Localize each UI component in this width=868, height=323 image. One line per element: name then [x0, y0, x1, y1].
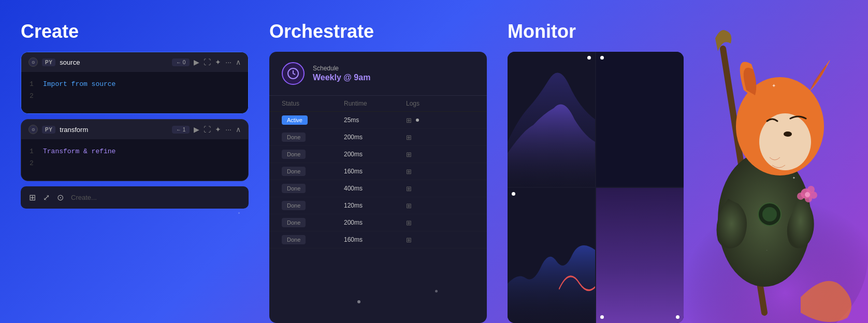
table-row: Done 200ms ⊞ [269, 129, 487, 146]
log-icon-5[interactable]: ⊞ [406, 185, 474, 193]
source-code-line1: 1 Import from source [30, 78, 240, 90]
log-icon-4[interactable]: ⊞ [406, 168, 474, 175]
table-row: Done 160ms ⊞ [269, 231, 487, 248]
log-icon-8[interactable]: ⊞ [406, 236, 474, 244]
monitor-title: Monitor [508, 21, 684, 42]
chart-cell-2 [596, 52, 684, 187]
col-logs: Logs [406, 100, 474, 107]
transform-collapse-icon[interactable]: ∧ [236, 125, 241, 134]
table-row: Done 200ms ⊞ [269, 214, 487, 231]
orchestrate-title: Orchestrate [269, 21, 487, 42]
transform-panel: ⊙ PY transform ← 1 ▶ ⛶ ✦ ··· ∧ 1 Transfo… [21, 119, 249, 181]
status-badge-done-5: Done [282, 201, 306, 210]
schedule-icon [282, 62, 305, 85]
chart-dot-4 [600, 315, 604, 319]
transform-code-line2: 2 [30, 157, 240, 169]
transform-panel-icon: ⊙ [28, 125, 38, 134]
source-panel-name: source [60, 58, 168, 66]
status-badge-done-4: Done [282, 184, 306, 193]
grid-icon[interactable]: ⊞ [29, 193, 36, 202]
sparkle-3: · [766, 248, 768, 252]
schedule-label-text: Schedule [313, 65, 370, 72]
runtime-120ms: 120ms [344, 202, 406, 209]
create-section: Create ⊙ PY source ← 0 ▶ ⛶ ✦ ··· ∧ 1 Im [21, 21, 249, 323]
transform-lang-badge: PY [42, 126, 55, 134]
monitor-section: Monitor [508, 21, 684, 323]
chart-dot-2 [600, 56, 604, 60]
source-code-line2: 2 [30, 90, 240, 102]
status-badge-done-3: Done [282, 167, 306, 176]
log-icon-2[interactable]: ⊞ [406, 134, 474, 141]
transform-arrow-badge: ← 1 [172, 126, 190, 134]
status-badge-done-2: Done [282, 150, 306, 159]
source-code-area: 1 Import from source 2 [21, 72, 248, 113]
folder-icon[interactable]: ⛶ [204, 58, 211, 66]
col-runtime: Runtime [344, 100, 406, 107]
chart-cell-4 [596, 188, 684, 323]
log-icon-6[interactable]: ⊞ [406, 202, 474, 210]
status-badge-done-7: Done [282, 235, 306, 244]
transform-more-icon[interactable]: ··· [225, 125, 232, 134]
source-panel-header: ⊙ PY source ← 0 ▶ ⛶ ✦ ··· ∧ [21, 52, 248, 72]
transform-code-area: 1 Transform & refine 2 [21, 139, 248, 181]
monitor-panel [508, 52, 684, 323]
transform-panel-name: transform [60, 126, 168, 134]
chart-cell-3 [508, 188, 595, 323]
create-title: Create [21, 21, 249, 42]
log-icon-3[interactable]: ⊞ [406, 151, 474, 158]
play-icon[interactable]: ▶ [194, 58, 199, 66]
chart-dot-3 [512, 192, 515, 196]
table-row: Active 25ms ⊞ [269, 112, 487, 129]
table-row: Done 400ms ⊞ [269, 180, 487, 197]
col-status: Status [282, 100, 344, 107]
upload-icon[interactable]: ⊙ [57, 193, 64, 202]
t-line-num-2: 2 [30, 157, 35, 169]
runtime-160ms-1: 160ms [344, 168, 406, 175]
schedule-header: Schedule Weekly @ 9am [269, 52, 487, 96]
chart-dot-5 [676, 315, 679, 319]
source-code-text: Import from source [43, 78, 115, 90]
runtime-25ms: 25ms [344, 116, 406, 124]
chart-cell-1 [508, 52, 595, 187]
transform-code-text: Transform & refine [43, 145, 115, 157]
transform-play-icon[interactable]: ▶ [194, 125, 199, 134]
source-panel-icon: ⊙ [28, 57, 38, 67]
transform-sparkle-icon[interactable]: ✦ [215, 125, 221, 134]
source-panel: ⊙ PY source ← 0 ▶ ⛶ ✦ ··· ∧ 1 Import fro… [21, 52, 249, 114]
more-icon[interactable]: ··· [225, 58, 232, 66]
expand-icon[interactable]: ⤢ [43, 193, 50, 202]
orchestrate-section: Orchestrate Schedule Weekly @ 9am Status [269, 21, 487, 323]
runtime-200ms-3: 200ms [344, 219, 406, 226]
chart-svg-1 [508, 52, 595, 187]
create-input-placeholder[interactable]: Create... [71, 194, 97, 201]
schedule-info: Schedule Weekly @ 9am [313, 65, 370, 82]
table-row: Done 160ms ⊞ [269, 163, 487, 180]
sparkle-icon[interactable]: ✦ [215, 58, 221, 66]
sparkle-1: ✦ [772, 83, 776, 89]
transform-code-line1: 1 Transform & refine [30, 145, 240, 157]
schedule-value-text: Weekly @ 9am [313, 73, 370, 82]
runtime-200ms-1: 200ms [344, 134, 406, 141]
orchestrate-panel: Schedule Weekly @ 9am Status Runtime Log… [269, 52, 487, 323]
runtime-160ms-2: 160ms [344, 236, 406, 243]
line-num-2: 2 [30, 90, 35, 102]
table-header: Status Runtime Logs [269, 96, 487, 112]
source-header-icons: ▶ ⛶ ✦ ··· ∧ [194, 58, 241, 66]
source-arrow-badge: ← 0 [172, 58, 190, 66]
t-line-num-1: 1 [30, 145, 35, 157]
collapse-icon[interactable]: ∧ [236, 58, 241, 66]
transform-panel-header: ⊙ PY transform ← 1 ▶ ⛶ ✦ ··· ∧ [21, 120, 248, 139]
create-footer: ⊞ ⤢ ⊙ Create... [21, 186, 249, 209]
log-icon-1[interactable]: ⊞ [406, 116, 474, 124]
transform-folder-icon[interactable]: ⛶ [204, 125, 211, 134]
log-icon-7[interactable]: ⊞ [406, 219, 474, 227]
status-badge-done-1: Done [282, 133, 306, 142]
chart-dot-1 [587, 56, 591, 60]
sparkle-2: ✦ [792, 176, 795, 180]
chart-svg-3 [508, 188, 595, 323]
status-badge-done-6: Done [282, 218, 306, 227]
source-lang-badge: PY [42, 58, 55, 66]
table-row: Done 200ms ⊞ [269, 146, 487, 163]
runtime-400ms: 400ms [344, 185, 406, 192]
runtime-200ms-2: 200ms [344, 151, 406, 158]
